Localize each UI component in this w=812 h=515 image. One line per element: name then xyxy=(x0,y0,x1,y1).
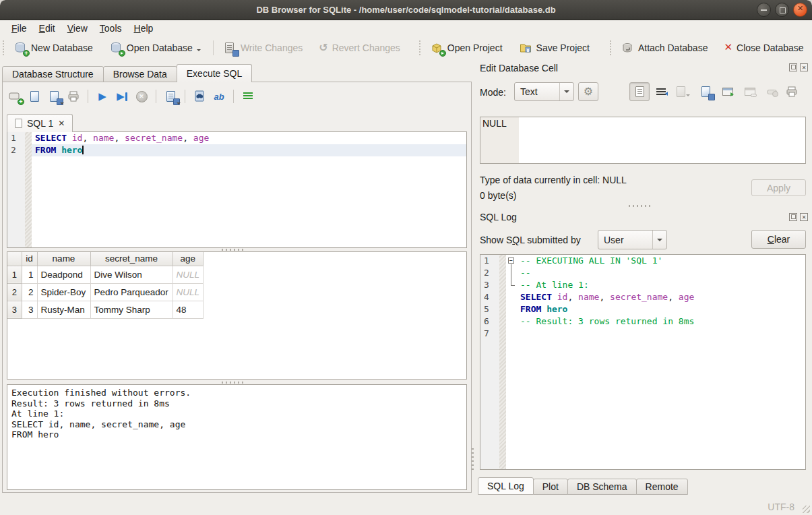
toggle-button[interactable] xyxy=(763,83,780,100)
horizontal-splitter[interactable] xyxy=(222,249,245,251)
tab-database-structure[interactable]: Database Structure xyxy=(2,66,104,82)
fold-marker[interactable] xyxy=(506,255,517,267)
menu-tools[interactable]: Tools xyxy=(94,22,128,34)
table-cell[interactable]: Tommy Sharp xyxy=(90,301,173,318)
sql-log-view[interactable]: 1 -- EXECUTING ALL IN 'SQL 1' 2 -- 3 -- … xyxy=(480,254,806,470)
dock-buttons: ✕ xyxy=(789,213,808,221)
table-cell[interactable]: Dive Wilson xyxy=(90,266,173,283)
message-line: Execution finished without errors. xyxy=(11,388,462,398)
close-dock-icon[interactable]: ✕ xyxy=(800,213,808,221)
table-cell[interactable]: 1 xyxy=(22,266,37,283)
import-cell-button[interactable] xyxy=(675,83,691,100)
copy-link-button[interactable] xyxy=(742,83,758,100)
table-row: 1 1 Deadpond Dive Wilson NULL xyxy=(7,266,204,283)
auto-switch-mode-button[interactable]: ⚙ xyxy=(578,82,598,101)
menubar: File Edit View Tools Help xyxy=(0,20,812,36)
column-header-name[interactable]: name xyxy=(37,252,90,266)
tab-browse-data[interactable]: Browse Data xyxy=(103,66,177,82)
open-database-button[interactable]: Open Database xyxy=(105,38,205,57)
menu-edit[interactable]: Edit xyxy=(33,22,61,34)
toolbar-drag-handle[interactable] xyxy=(3,40,5,55)
table-cell[interactable]: 48 xyxy=(173,301,204,318)
export-results-button[interactable] xyxy=(164,90,177,103)
row-header[interactable]: 3 xyxy=(7,301,22,318)
save-project-button[interactable]: Save Project xyxy=(515,38,594,57)
sql-editor[interactable]: 1 SELECT id, name, secret_name, age 2 FR… xyxy=(7,131,467,248)
new-sql-tab-button[interactable] xyxy=(8,90,22,103)
row-header[interactable]: 1 xyxy=(7,266,22,283)
menu-file[interactable]: File xyxy=(5,22,33,34)
column-header-id[interactable]: id xyxy=(22,252,37,266)
table-cell[interactable]: Deadpond xyxy=(37,266,90,283)
resize-grip[interactable] xyxy=(803,506,810,513)
column-header-secret-name[interactable]: secret_name xyxy=(90,252,173,266)
table-cell[interactable]: NULL xyxy=(173,266,204,283)
tab-remote[interactable]: Remote xyxy=(636,479,688,495)
tab-db-schema[interactable]: DB Schema xyxy=(567,479,637,495)
column-header-age[interactable]: age xyxy=(173,252,204,266)
print-cell-button[interactable] xyxy=(784,83,800,100)
stop-button[interactable]: ✕ xyxy=(135,90,148,103)
close-dock-icon[interactable]: ✕ xyxy=(800,63,808,71)
export-dropdown-icon[interactable] xyxy=(177,102,181,104)
open-external-button[interactable] xyxy=(720,83,736,100)
mode-label: Mode: xyxy=(480,87,506,98)
close-tab-icon[interactable]: ✕ xyxy=(58,119,65,128)
float-dock-icon[interactable] xyxy=(789,213,797,221)
sql-document-tab[interactable]: SQL 1 ✕ xyxy=(7,114,73,132)
open-sql-file-button[interactable] xyxy=(28,90,41,103)
mode-select[interactable]: Text xyxy=(514,82,574,101)
revert-changes-button[interactable]: ↺ Revert Changes xyxy=(315,40,404,56)
format-sql-button[interactable] xyxy=(241,90,255,103)
apply-button[interactable]: Apply xyxy=(751,179,806,196)
tab-sql-log[interactable]: SQL Log xyxy=(478,477,534,495)
toolbar-separator xyxy=(88,90,88,103)
minimize-button[interactable] xyxy=(757,3,771,17)
corner-header[interactable] xyxy=(7,252,22,266)
tab-plot[interactable]: Plot xyxy=(533,479,568,495)
word-wrap-button[interactable] xyxy=(653,83,669,100)
message-line: SELECT id, name, secret_name, age xyxy=(11,419,462,430)
save-sql-dropdown-icon[interactable] xyxy=(60,102,64,104)
text-mode-button[interactable] xyxy=(629,82,650,101)
open-project-button[interactable]: Open Project xyxy=(426,38,507,57)
close-database-button[interactable]: ✕ Close Database xyxy=(720,40,807,56)
encoding-status: UTF-8 xyxy=(768,502,794,512)
print-button[interactable] xyxy=(67,90,80,103)
float-dock-icon[interactable] xyxy=(789,63,797,71)
table-cell[interactable]: 3 xyxy=(22,301,37,318)
titlebar[interactable]: DB Browser for SQLite - /home/user/code/… xyxy=(0,0,812,20)
write-changes-button[interactable]: Write Changes xyxy=(219,38,307,57)
export-cell-button[interactable] xyxy=(697,83,714,100)
text-document-icon xyxy=(635,86,644,97)
chevron-down-icon xyxy=(652,231,666,249)
table-cell[interactable]: 2 xyxy=(22,283,37,301)
sql-submitter-select[interactable]: User xyxy=(598,230,667,249)
open-database-dropdown-icon[interactable] xyxy=(197,49,201,51)
cell-value-editor[interactable]: NULL xyxy=(480,117,806,164)
close-button[interactable]: ✕ xyxy=(793,3,807,17)
window-title: DB Browser for SQLite - /home/user/code/… xyxy=(256,5,555,15)
attach-database-button[interactable]: Attach Database xyxy=(617,38,712,57)
save-sql-file-button[interactable] xyxy=(47,90,61,103)
menu-view[interactable]: View xyxy=(61,22,94,34)
new-database-button[interactable]: New Database xyxy=(9,38,97,57)
menu-help[interactable]: Help xyxy=(128,22,160,34)
execute-current-line-button[interactable]: ▶ xyxy=(115,90,129,103)
table-cell[interactable]: Pedro Parqueador xyxy=(90,283,173,301)
clear-log-button[interactable]: Clear xyxy=(751,230,806,249)
execute-all-button[interactable]: ▶ xyxy=(96,90,109,103)
toolbar-drag-handle[interactable] xyxy=(610,40,613,55)
toolbar-drag-handle[interactable] xyxy=(419,40,422,55)
find-button[interactable] xyxy=(193,90,206,103)
table-cell[interactable]: NULL xyxy=(173,283,204,301)
table-cell[interactable]: Rusty-Man xyxy=(37,301,90,318)
row-header[interactable]: 2 xyxy=(7,283,22,301)
autocomplete-button[interactable]: ab xyxy=(212,90,226,103)
table-cell[interactable]: Spider-Boy xyxy=(37,283,90,301)
tab-execute-sql[interactable]: Execute SQL xyxy=(177,64,253,82)
maximize-button[interactable] xyxy=(775,3,789,17)
dock-splitter[interactable] xyxy=(629,205,652,207)
toolbar-separator xyxy=(213,40,214,55)
horizontal-splitter[interactable] xyxy=(222,382,245,384)
